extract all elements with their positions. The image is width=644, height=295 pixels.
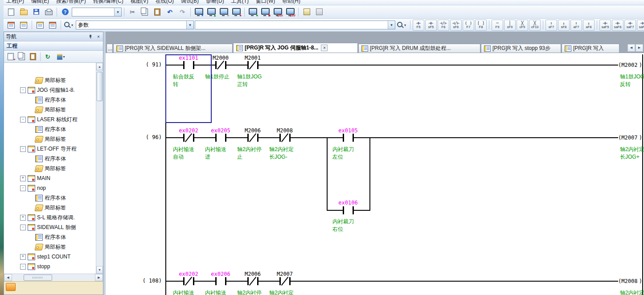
closed-contact[interactable] — [279, 277, 291, 285]
jump-combo[interactable] — [195, 20, 395, 29]
tree-item-local-label[interactable]: 局部标签 — [4, 75, 96, 85]
contact-device-label[interactable]: M2008 — [269, 127, 301, 134]
new-button[interactable] — [5, 6, 17, 18]
scroll-right-icon[interactable] — [95, 274, 103, 281]
output-coil[interactable]: M2007 — [618, 134, 642, 141]
tree-horizontal-scrollbar[interactable] — [4, 274, 103, 281]
tab-truncated[interactable]: [PRG]R 写入 — [562, 44, 619, 53]
menu-window[interactable]: 窗口(W) — [256, 0, 275, 5]
tree-folder-nop[interactable]: -nop — [4, 183, 96, 193]
read-from-plc-button[interactable]: ▲ — [205, 6, 217, 18]
ladder-editor-canvas[interactable]: ( 91) ex1101 贴合鼓反转 M2000 轴1鼓停止 M2001 轴1鼓… — [106, 53, 644, 295]
ladder-symbol-sf9-button[interactable]: │sF9 — [504, 20, 516, 31]
tree-item-local-label[interactable]: 局部标签 — [4, 203, 96, 213]
menu-tools[interactable]: 工具(T) — [231, 0, 249, 5]
menu-view[interactable]: 视图(V) — [131, 0, 148, 5]
scrollbar-thumb[interactable] — [24, 275, 52, 281]
collapse-toggle[interactable]: - — [20, 146, 26, 152]
ladder-test-end-button[interactable] — [313, 6, 325, 18]
fb-window-button[interactable] — [18, 19, 29, 31]
ladder-symbol-sf5-button[interactable]: ⊣⊢sF5 — [425, 20, 437, 31]
open-contact[interactable] — [343, 206, 354, 214]
ladder-symbol-sf7-button[interactable]: ↑sF7 — [546, 20, 557, 31]
copy-data-button[interactable] — [16, 51, 27, 62]
output-coil[interactable]: M2008 — [618, 278, 642, 285]
menu-edit[interactable]: 编辑(E) — [31, 0, 49, 5]
copy-button[interactable] — [139, 6, 151, 18]
tree-item-local-label[interactable]: 局部标签 — [4, 242, 96, 252]
contact-device-label[interactable]: ex0105 — [332, 127, 364, 134]
tree-item-program-body[interactable]: 程序本体 — [4, 193, 96, 203]
tab-scroll-left-icon[interactable] — [628, 44, 635, 52]
tree-item-program-body[interactable]: 程序本体 — [4, 124, 96, 134]
ladder-symbol-saf7-button[interactable]: ⊣⊢saF7 — [624, 20, 636, 31]
pin-icon[interactable] — [88, 34, 93, 39]
menu-project[interactable]: 工程(P) — [6, 0, 24, 5]
paste-button[interactable] — [152, 6, 163, 18]
ladder-symbol-sf8-button[interactable]: ↓sF8 — [558, 20, 570, 31]
menu-help[interactable]: 帮助(H) — [282, 0, 300, 5]
tree-item-program-body[interactable]: 程序本体 — [4, 154, 96, 164]
menu-online[interactable]: 在线(O) — [156, 0, 174, 5]
contact-device-label[interactable]: ex0206 — [205, 271, 237, 277]
open-contact[interactable] — [215, 277, 226, 285]
menu-find-replace[interactable]: 搜索/替换(F) — [56, 0, 86, 5]
scrollbar-track[interactable] — [96, 102, 103, 266]
menu-convert-compile[interactable]: 转换/编译(C) — [93, 0, 123, 5]
contact-device-label[interactable]: M2006 — [237, 127, 269, 134]
ladder-symbol-sf6-button[interactable]: ⊣/⊢sF6 — [450, 20, 462, 31]
ladder-symbol-f7-button[interactable]: ( )F7 — [463, 20, 474, 31]
device-test-button[interactable]: Dev — [284, 6, 296, 18]
ladder-symbol-f9-button[interactable]: ─F9 — [492, 20, 503, 31]
chevron-down-icon[interactable] — [404, 23, 406, 27]
tab-stopp[interactable]: [PRG]R 写入 stopp 93步 — [481, 44, 561, 53]
chevron-down-icon[interactable] — [63, 55, 65, 59]
save-button[interactable] — [30, 6, 42, 18]
expand-toggle[interactable]: + — [20, 176, 26, 181]
new-data-button[interactable]: + — [5, 51, 16, 62]
tree-item-program-body[interactable]: 程序本体 — [4, 95, 96, 105]
contact-device-label[interactable]: M2007 — [269, 271, 301, 277]
ladder-test-start-button[interactable] — [301, 6, 312, 18]
scrollbar-thumb[interactable] — [97, 72, 103, 101]
tree-item-program-body[interactable]: 程序本体 — [4, 232, 96, 242]
collapse-toggle[interactable]: - — [20, 185, 26, 191]
chevron-down-icon[interactable] — [186, 21, 193, 29]
ladder-symbol-cf10-button[interactable]: ╳cF10 — [529, 20, 541, 31]
tab-drum[interactable]: [PRG]R 写入 DRUM 成型鼓处程... — [358, 44, 480, 53]
closed-contact[interactable] — [279, 134, 291, 142]
ladder-symbol-saf8-button[interactable]: ⊣⊢saF8 — [637, 20, 644, 31]
output-coil[interactable]: M2002 — [618, 61, 642, 69]
program-select-combo[interactable]: 参数 — [76, 20, 194, 29]
closed-contact[interactable] — [247, 134, 258, 142]
closed-contact[interactable] — [183, 134, 194, 142]
ladder-symbol-saf6-button[interactable]: ⊣⊢saF6 — [612, 20, 623, 31]
tree-folder-jog[interactable]: -JOG 伺服轴1-8. — [4, 85, 96, 95]
project-view-icon[interactable] — [6, 283, 16, 291]
ladder-symbol-saf5-button[interactable]: ⊣⊢saF5 — [599, 20, 611, 31]
find-in-files-button[interactable] — [396, 19, 408, 31]
refresh-view-button[interactable] — [42, 51, 53, 62]
contact-device-label[interactable]: ex0202 — [172, 271, 205, 277]
tab-jog-active[interactable]: [PRG]R 写入 JOG 伺服轴1-8... — [233, 43, 358, 53]
tree-folder-letoff[interactable]: -LET-OFF 导开程 — [4, 144, 96, 154]
program-window-button[interactable] — [5, 19, 17, 31]
write-to-plc-button[interactable]: ▼ — [193, 6, 205, 18]
tree-folder-step1[interactable]: +step1 COUNT — [4, 252, 96, 262]
collapse-toggle[interactable]: - — [20, 225, 26, 230]
scroll-down-icon[interactable] — [96, 266, 103, 274]
collapse-toggle[interactable]: - — [20, 87, 26, 93]
contact-device-label[interactable]: ex0205 — [205, 127, 237, 134]
tree-folder-stopp[interactable]: -stopp — [4, 262, 96, 271]
cut-button[interactable] — [127, 6, 138, 18]
tab-scroll-right-icon[interactable] — [636, 44, 643, 52]
contact-device-label[interactable]: ex0106 — [332, 200, 364, 206]
tree-folder-sl[interactable]: +S-L 规格存储调. — [4, 213, 96, 222]
toolbar-combo[interactable] — [72, 8, 122, 16]
device-batch-monitor-button[interactable]: Dev — [272, 6, 283, 18]
contact-device-label[interactable]: ex0202 — [172, 127, 205, 134]
find-button[interactable] — [63, 19, 75, 31]
remote-operation-button[interactable]: ● — [230, 6, 242, 18]
ladder-symbol-f5-button[interactable]: ⊣⊢F5 — [413, 20, 424, 31]
tree-item-local-label[interactable]: 局部标签 — [4, 164, 96, 173]
